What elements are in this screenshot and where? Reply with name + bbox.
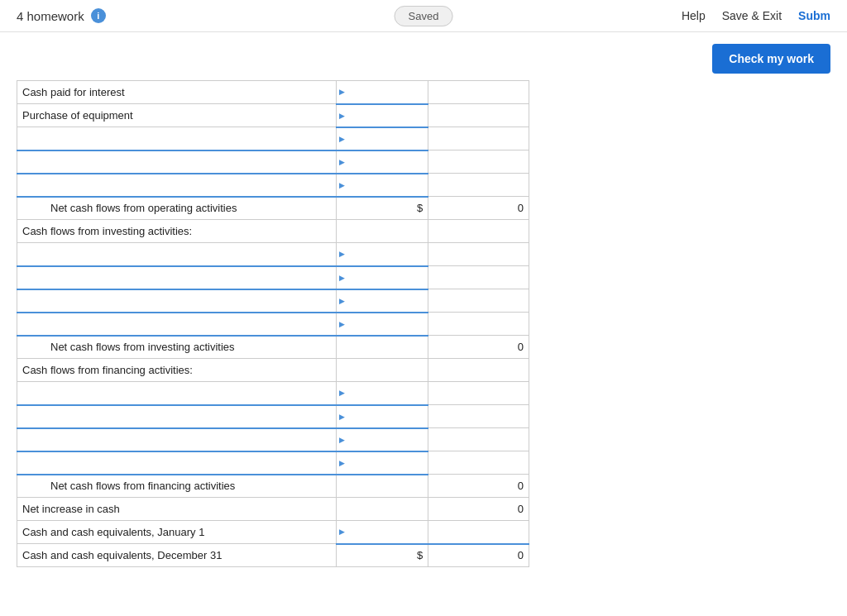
inv-empty-total-2[interactable] xyxy=(428,266,529,289)
inv-empty-label-2[interactable] xyxy=(17,266,337,289)
header-right: Help Save & Exit Subm xyxy=(682,9,830,22)
purchase-equipment-amount-field[interactable] xyxy=(342,107,424,125)
fin-empty-total-field-1[interactable] xyxy=(433,384,524,403)
empty-total-2[interactable] xyxy=(428,150,529,174)
financing-header-total-field[interactable] xyxy=(433,361,524,380)
fin-empty-total-4[interactable] xyxy=(428,451,529,475)
purchase-equipment-label: Purchase of equipment xyxy=(17,104,337,127)
header-left: 4 homework i xyxy=(17,8,106,23)
inv-empty-total-field-1[interactable] xyxy=(433,245,524,264)
fin-empty-total-3[interactable] xyxy=(428,428,529,451)
purchase-equipment-amount-input[interactable] xyxy=(336,104,428,127)
fin-empty-total-field-2[interactable] xyxy=(433,407,524,426)
cash-paid-interest-amount-input[interactable] xyxy=(336,81,428,104)
financing-header-amount-field[interactable] xyxy=(342,361,424,380)
empty-total-field-3[interactable] xyxy=(433,175,524,194)
empty-label-3[interactable] xyxy=(17,174,337,197)
check-my-work-button[interactable]: Check my work xyxy=(712,44,830,74)
investing-header-amount[interactable] xyxy=(336,220,428,243)
fin-empty-amount-1[interactable] xyxy=(336,382,428,405)
fin-empty-total-field-3[interactable] xyxy=(433,430,524,449)
empty-amount-field-3[interactable] xyxy=(342,176,424,194)
empty-total-3[interactable] xyxy=(428,174,529,197)
info-icon[interactable]: i xyxy=(91,8,106,23)
inv-empty-amount-field-3[interactable] xyxy=(342,292,424,310)
inv-empty-total-field-3[interactable] xyxy=(433,291,524,310)
purchase-equipment-total-field[interactable] xyxy=(433,106,524,125)
investing-header-total[interactable] xyxy=(428,220,529,243)
fin-empty-label-2[interactable] xyxy=(17,405,337,428)
saved-badge: Saved xyxy=(395,6,453,26)
inv-empty-amount-field-1[interactable] xyxy=(342,245,424,264)
fin-empty-label-field-1[interactable] xyxy=(22,384,331,403)
inv-empty-amount-field-4[interactable] xyxy=(342,315,424,333)
fin-empty-amount-field-4[interactable] xyxy=(342,454,424,472)
empty-amount-2[interactable] xyxy=(336,150,428,174)
check-work-container: Check my work xyxy=(0,32,847,80)
fin-empty-label-3[interactable] xyxy=(17,428,337,451)
fin-empty-label-field-2[interactable] xyxy=(22,408,331,426)
net-increase-empty xyxy=(336,498,428,521)
fin-empty-amount-4[interactable] xyxy=(336,451,428,475)
empty-label-field-1[interactable] xyxy=(22,129,331,148)
fin-empty-total-1[interactable] xyxy=(428,382,529,405)
cash-jan1-amount-field[interactable] xyxy=(342,523,424,542)
fin-empty-amount-field-1[interactable] xyxy=(342,384,424,403)
cash-paid-interest-total-field[interactable] xyxy=(433,83,524,102)
inv-empty-total-3[interactable] xyxy=(428,289,529,313)
empty-amount-field-2[interactable] xyxy=(342,153,424,171)
inv-empty-label-field-4[interactable] xyxy=(22,315,331,333)
investing-header-label: Cash flows from investing activities: xyxy=(17,220,337,243)
fin-empty-label-field-4[interactable] xyxy=(22,454,331,472)
table-row xyxy=(17,405,529,428)
empty-total-field-1[interactable] xyxy=(433,129,524,148)
inv-empty-label-4[interactable] xyxy=(17,313,337,336)
fin-empty-label-1[interactable] xyxy=(17,382,337,405)
inv-empty-total-field-2[interactable] xyxy=(433,268,524,287)
investing-header-total-field[interactable] xyxy=(433,222,524,241)
fin-empty-label-4[interactable] xyxy=(17,451,337,475)
inv-empty-label-field-1[interactable] xyxy=(22,245,331,264)
inv-empty-label-field-3[interactable] xyxy=(22,292,331,310)
empty-total-1[interactable] xyxy=(428,127,529,150)
empty-total-field-2[interactable] xyxy=(433,152,524,171)
empty-amount-3[interactable] xyxy=(336,174,428,197)
inv-empty-amount-field-2[interactable] xyxy=(342,269,424,287)
empty-label-field-3[interactable] xyxy=(22,176,331,194)
submit-link[interactable]: Subm xyxy=(798,9,830,22)
inv-empty-total-1[interactable] xyxy=(428,243,529,266)
inv-empty-amount-4[interactable] xyxy=(336,313,428,336)
save-exit-link[interactable]: Save & Exit xyxy=(722,9,782,22)
fin-empty-amount-field-2[interactable] xyxy=(342,408,424,426)
financing-header-amount[interactable] xyxy=(336,359,428,382)
empty-amount-field-1[interactable] xyxy=(342,130,424,148)
help-link[interactable]: Help xyxy=(682,9,706,22)
cash-paid-interest-total-input[interactable] xyxy=(428,81,529,104)
fin-empty-label-field-3[interactable] xyxy=(22,431,331,449)
fin-empty-amount-2[interactable] xyxy=(336,405,428,428)
inv-empty-amount-2[interactable] xyxy=(336,266,428,289)
empty-label-1[interactable] xyxy=(17,127,337,150)
inv-empty-label-field-2[interactable] xyxy=(22,269,331,287)
purchase-equipment-total-input[interactable] xyxy=(428,104,529,127)
cash-jan1-total-field[interactable] xyxy=(433,523,524,542)
inv-empty-label-1[interactable] xyxy=(17,243,337,266)
cash-paid-interest-label: Cash paid for interest xyxy=(17,81,337,104)
financing-header-row: Cash flows from financing activities: xyxy=(17,359,529,382)
financing-header-total[interactable] xyxy=(428,359,529,382)
fin-empty-amount-field-3[interactable] xyxy=(342,431,424,449)
cash-jan1-total[interactable] xyxy=(428,521,529,544)
cash-paid-interest-amount-field[interactable] xyxy=(342,83,424,102)
fin-empty-total-field-4[interactable] xyxy=(433,453,524,472)
inv-empty-amount-1[interactable] xyxy=(336,243,428,266)
cash-dec31-row: Cash and cash equivalents, December 31 $… xyxy=(17,544,529,567)
cash-jan1-amount[interactable] xyxy=(336,521,428,544)
inv-empty-label-3[interactable] xyxy=(17,289,337,313)
fin-empty-total-2[interactable] xyxy=(428,405,529,428)
investing-header-amount-field[interactable] xyxy=(342,222,424,241)
inv-empty-amount-3[interactable] xyxy=(336,289,428,313)
fin-empty-amount-3[interactable] xyxy=(336,428,428,451)
empty-label-field-2[interactable] xyxy=(22,153,331,171)
empty-amount-1[interactable] xyxy=(336,127,428,150)
empty-label-2[interactable] xyxy=(17,150,337,174)
